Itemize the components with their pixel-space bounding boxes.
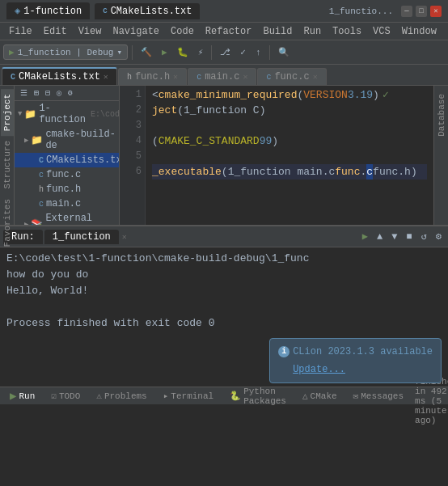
run-config-dropdown[interactable]: ▶ 1_function | Debug ▾	[3, 44, 128, 60]
structure-panel-tab[interactable]: Structure	[1, 136, 14, 193]
favorites-panel-tab[interactable]: Favorites	[1, 194, 14, 251]
proj-gear-icon[interactable]: ⚙	[66, 87, 75, 99]
run-down-button[interactable]: ▼	[388, 230, 400, 244]
menu-view[interactable]: View	[73, 24, 108, 39]
run-output-1: how do you do	[6, 267, 442, 283]
mainc-icon: c	[39, 200, 44, 209]
editor-content[interactable]: 1 2 3 4 5 6 <cmake_minimum_required(VERS…	[120, 86, 433, 225]
cmake-tab[interactable]: △ CMake	[298, 389, 342, 403]
run-path-line: E:\code\test\1-function\cmake-build-debu…	[6, 251, 442, 267]
mainc-label: main.c	[46, 198, 81, 209]
run-filter-button[interactable]: ⚙	[433, 229, 445, 244]
menu-refactor[interactable]: Refactor	[200, 24, 258, 39]
search-everywhere-button[interactable]: 🔍	[274, 45, 294, 59]
push-button[interactable]: ↑	[251, 46, 265, 59]
code-line-2: ject(1_function C)	[152, 103, 427, 118]
commit-button[interactable]: ✓	[236, 45, 250, 59]
python-tab[interactable]: 🐍 Python Packages	[225, 385, 291, 408]
bottom-panel: Run: 1_function ✕ ▶ ▲ ▼ ■ ↺ ⚙ E:\code\te…	[0, 225, 448, 387]
run-tab-bar: Run: 1_function ✕ ▶ ▲ ▼ ■ ↺ ⚙	[0, 226, 448, 247]
minimize-button[interactable]: ─	[401, 6, 412, 17]
run-up-button[interactable]: ▲	[374, 230, 386, 244]
menu-window[interactable]: Window	[396, 24, 442, 39]
run-rerun-button[interactable]: ↺	[418, 229, 430, 244]
window-title: 1_functio...	[329, 6, 393, 16]
maximize-button[interactable]: □	[416, 6, 427, 17]
tree-mainc[interactable]: c main.c	[15, 197, 119, 211]
todo-icon: ☑	[51, 391, 57, 401]
update-notification: i CLion 2023.1.3 available Update...	[269, 338, 442, 383]
tree-external-libs[interactable]: ▶ 📚 External Libraries	[15, 211, 119, 225]
status-bar: ▶ Run ☑ TODO ⚠ Problems ▸ Terminal 🐍 Pyt…	[0, 387, 448, 404]
close-button[interactable]: ✕	[430, 6, 442, 17]
tab-close-icon[interactable]: ✕	[104, 72, 108, 82]
build-button[interactable]: 🔨	[137, 45, 156, 59]
messages-tab[interactable]: ✉ Messages	[349, 389, 408, 403]
run-with-coverage-button[interactable]: ⚡	[194, 45, 208, 59]
git-button[interactable]: ⎇	[216, 45, 235, 59]
tree-root[interactable]: ▼ 📁 1-function E:\cod	[15, 101, 119, 127]
funcc-label: func.c	[46, 169, 81, 180]
tab-funcc[interactable]: c func.c ✕	[257, 68, 326, 85]
project-icon: ◈	[15, 5, 20, 17]
funch-label: func.h	[46, 184, 81, 195]
title-bar: ◈ 1-function C CMakeLists.txt 1_functio.…	[0, 0, 448, 23]
cmakelists-icon: C	[39, 156, 44, 165]
code-line-3	[152, 118, 427, 133]
cmake-file-icon: C	[11, 73, 15, 82]
file-title-tab[interactable]: C CMakeLists.txt	[95, 3, 200, 19]
menu-build[interactable]: Build	[257, 24, 298, 39]
code-lines[interactable]: <cmake_minimum_required(VERSION 3.19) ✓ …	[146, 86, 433, 225]
tab-close-icon-4[interactable]: ✕	[313, 72, 318, 82]
tab-funch[interactable]: h func.h ✕	[118, 68, 187, 85]
menu-help[interactable]: He	[442, 24, 448, 39]
tab-mainc[interactable]: c main.c ✕	[188, 68, 256, 85]
file-tabs: C CMakeLists.txt ✕ h func.h ✕ c main.c ✕…	[0, 65, 448, 86]
cmake-build-folder-icon: 📁	[31, 134, 43, 146]
run-status-tab[interactable]: ▶ Run	[5, 387, 40, 404]
dropdown-arrow-icon: ▾	[116, 47, 122, 57]
tab-cmakelists[interactable]: C CMakeLists.txt ✕	[2, 67, 117, 85]
proj-expand-icon[interactable]: ⊞	[32, 87, 41, 99]
root-path: E:\cod	[91, 110, 120, 119]
database-tab[interactable]: Database	[435, 89, 448, 142]
debug-button[interactable]: 🐛	[173, 45, 192, 59]
tree-funcc[interactable]: c func.c	[15, 167, 119, 182]
menu-file[interactable]: File	[3, 24, 38, 39]
menu-run[interactable]: Run	[298, 24, 327, 39]
main-area: Project Structure Favorites ☰ ⊞ ⊟ ◎ ⚙ ▼ …	[0, 86, 448, 225]
project-toolbar: ☰ ⊞ ⊟ ◎ ⚙	[15, 86, 119, 101]
toolbar-separator-2	[211, 45, 212, 60]
run-stop-button[interactable]: ■	[403, 230, 415, 244]
menu-vcs[interactable]: VCS	[367, 24, 396, 39]
problems-tab[interactable]: ⚠ Problems	[91, 389, 151, 403]
menu-tools[interactable]: Tools	[327, 24, 367, 39]
todo-tab[interactable]: ☑ TODO	[46, 389, 85, 403]
tree-cmake-build[interactable]: ▶ 📁 cmake-build-de	[15, 127, 119, 153]
run-output-2: Hello, World!	[6, 283, 442, 299]
tree-cmakelists[interactable]: C CMakeLists.txt	[15, 153, 119, 167]
menu-code[interactable]: Code	[165, 24, 200, 39]
project-panel-tab[interactable]: Project	[1, 89, 14, 136]
code-line-1: <cmake_minimum_required(VERSION 3.19) ✓	[152, 87, 427, 103]
tree-funch[interactable]: h func.h	[15, 182, 119, 197]
menu-edit[interactable]: Edit	[38, 24, 73, 39]
run-button[interactable]: ▶	[158, 45, 171, 59]
toolbar-separator-3	[269, 45, 270, 60]
right-sidebar: Database	[433, 86, 448, 225]
python-icon: 🐍	[230, 391, 241, 401]
proj-collapse-icon[interactable]: ⊟	[43, 87, 53, 99]
project-title-tab[interactable]: ◈ 1-function	[6, 2, 90, 19]
run-config-icon: ▶	[9, 47, 15, 57]
cmake-build-arrow: ▶	[24, 136, 28, 145]
update-link[interactable]: Update...	[293, 364, 345, 375]
menu-navigate[interactable]: Navigate	[107, 24, 165, 39]
proj-settings-icon[interactable]: ☰	[18, 87, 30, 99]
proj-locate-icon[interactable]: ◎	[54, 87, 64, 99]
tab-close-icon-3[interactable]: ✕	[243, 72, 247, 82]
run-close-icon[interactable]: ✕	[122, 232, 127, 242]
run-config-tab[interactable]: 1_function	[44, 230, 119, 244]
run-play-button[interactable]: ▶	[359, 229, 371, 244]
tab-close-icon-2[interactable]: ✕	[173, 72, 178, 82]
terminal-tab[interactable]: ▸ Terminal	[158, 389, 218, 403]
